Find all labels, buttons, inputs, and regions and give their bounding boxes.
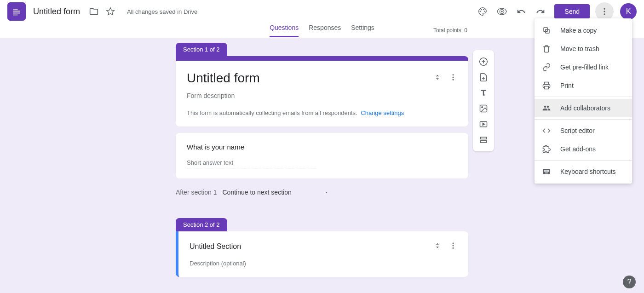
menu-prefilled-link[interactable]: Get pre-filled link (535, 58, 632, 76)
menu-get-addons[interactable]: Get add-ons (535, 140, 632, 158)
svg-point-14 (453, 74, 454, 75)
section2-tab: Section 2 of 2 (176, 218, 227, 231)
menu-move-trash[interactable]: Move to trash (535, 40, 632, 58)
auto-collect-notice: This form is automatically collecting em… (187, 109, 457, 116)
undo-icon[interactable] (513, 3, 529, 20)
section1-tab: Section 1 of 2 (176, 43, 227, 56)
svg-point-10 (482, 107, 483, 108)
continue-label: Continue to next section (223, 189, 292, 196)
svg-point-3 (484, 11, 486, 12)
svg-point-18 (453, 245, 454, 247)
copy-icon (542, 26, 551, 35)
menu-label: Move to trash (560, 45, 599, 52)
more-menu-popup: Make a copy Move to trash Get pre-filled… (535, 18, 632, 184)
side-toolbar (473, 50, 494, 151)
menu-print[interactable]: Print (535, 76, 632, 95)
keyboard-icon (542, 167, 551, 176)
folder-icon[interactable] (86, 3, 102, 20)
svg-point-4 (501, 11, 503, 12)
addon-icon (542, 144, 551, 154)
link-icon (542, 63, 551, 72)
svg-point-1 (481, 9, 483, 11)
question-text[interactable]: What is your name (187, 143, 457, 151)
form-header-card[interactable]: Untitled form Form description This form… (176, 56, 468, 126)
menu-keyboard-shortcuts[interactable]: Keyboard shortcuts (535, 162, 632, 181)
chevron-down-icon (324, 190, 329, 195)
collapse-icon[interactable] (433, 73, 442, 83)
form-description[interactable]: Form description (187, 92, 457, 99)
after-section-label: After section 1 (176, 189, 217, 196)
section2-wrap: Section 2 of 2 Untitled Section Descript… (176, 218, 468, 277)
preview-icon[interactable] (494, 3, 510, 20)
change-settings-link[interactable]: Change settings (361, 109, 404, 116)
card-more-icon[interactable] (449, 73, 457, 83)
svg-point-0 (480, 11, 481, 12)
star-icon[interactable] (102, 3, 119, 20)
add-image-icon[interactable] (475, 101, 492, 116)
menu-label: Print (560, 82, 574, 89)
people-icon (542, 103, 551, 113)
menu-separator (535, 160, 632, 161)
svg-point-2 (483, 9, 484, 11)
svg-point-15 (453, 77, 454, 78)
svg-rect-12 (480, 137, 486, 139)
menu-label: Keyboard shortcuts (560, 168, 616, 175)
menu-separator (535, 97, 632, 97)
svg-point-6 (604, 11, 605, 12)
section2-description[interactable]: Description (optional) (190, 260, 457, 267)
continue-select[interactable]: Continue to next section (223, 189, 329, 196)
auto-collect-text: This form is automatically collecting em… (187, 109, 357, 116)
collapse-icon[interactable] (433, 241, 442, 252)
svg-point-16 (453, 79, 454, 80)
trash-icon (542, 44, 551, 53)
question-card[interactable]: What is your name Short answer text (176, 133, 468, 178)
add-video-icon[interactable] (475, 116, 492, 132)
tab-questions[interactable]: Questions (270, 24, 299, 37)
send-button[interactable]: Send (554, 4, 590, 19)
code-icon (542, 126, 551, 135)
forms-logo[interactable] (7, 2, 26, 21)
svg-point-19 (453, 247, 454, 249)
import-questions-icon[interactable] (475, 69, 492, 85)
menu-label: Add collaborators (560, 104, 610, 112)
tab-responses[interactable]: Responses (309, 24, 341, 37)
total-points: Total points: 0 (433, 27, 467, 34)
form-title[interactable]: Untitled form (33, 7, 80, 17)
menu-make-copy[interactable]: Make a copy (535, 21, 632, 40)
short-answer-placeholder: Short answer text (187, 159, 316, 168)
add-title-icon[interactable] (475, 85, 492, 101)
menu-label: Get pre-filled link (560, 63, 609, 71)
save-status: All changes saved in Drive (127, 8, 197, 15)
help-button[interactable]: ? (623, 276, 636, 288)
avatar[interactable]: K (620, 3, 637, 20)
svg-point-5 (604, 8, 605, 10)
menu-label: Script editor (560, 127, 595, 134)
add-question-icon[interactable] (475, 54, 492, 69)
palette-icon[interactable] (474, 3, 491, 20)
form-main-title[interactable]: Untitled form (187, 71, 260, 86)
section2-card[interactable]: Untitled Section Description (optional) (176, 231, 468, 277)
redo-icon[interactable] (532, 3, 549, 20)
section2-title[interactable]: Untitled Section (190, 242, 241, 251)
more-menu-button[interactable] (595, 2, 614, 21)
svg-point-7 (604, 13, 605, 15)
add-section-icon[interactable] (475, 132, 492, 148)
menu-script-editor[interactable]: Script editor (535, 121, 632, 140)
menu-label: Get add-ons (560, 145, 596, 153)
content: Section 1 of 2 Untitled form Form descri… (176, 43, 468, 277)
menu-separator (535, 119, 632, 120)
tab-settings[interactable]: Settings (351, 24, 374, 37)
after-section-row: After section 1 Continue to next section (176, 189, 468, 196)
menu-label: Make a copy (560, 27, 597, 34)
svg-point-17 (453, 242, 454, 244)
svg-rect-13 (480, 141, 486, 143)
print-icon (542, 81, 551, 90)
menu-add-collaborators[interactable]: Add collaborators (535, 99, 632, 117)
card-more-icon[interactable] (449, 241, 457, 252)
